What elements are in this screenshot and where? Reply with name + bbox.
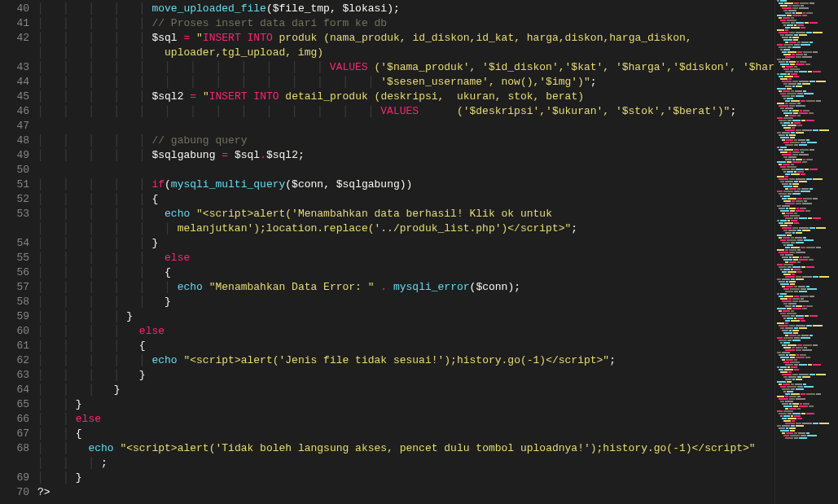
line-number-gutter: 4041424344454647484950515253545556575859… — [0, 0, 37, 504]
line-number: 51 — [5, 177, 29, 192]
code-line[interactable]: │ │ { — [37, 427, 838, 441]
line-number: 55 — [5, 251, 29, 265]
code-line[interactable]: │ │ │ │ │ │ │ │ │ │ │ │ │ │ VALUES ('$de… — [37, 104, 838, 119]
code-line[interactable]: │ │ else — [37, 412, 838, 427]
line-number: 47 — [5, 119, 29, 134]
code-line[interactable]: │ │ │ │ │ { — [37, 265, 838, 280]
line-number: 53 — [5, 207, 29, 221]
code-line[interactable]: │ │ │ │ } — [37, 309, 838, 324]
line-number: 68 — [5, 441, 29, 456]
code-line[interactable]: │ │ │ │ │ │ │ │ │ │ │ │ VALUES ('$nama_p… — [37, 60, 838, 75]
line-number: 64 — [5, 383, 29, 397]
line-number: 43 — [5, 60, 29, 75]
line-number: 65 — [5, 397, 29, 412]
line-number: 52 — [5, 192, 29, 207]
line-number — [5, 456, 29, 471]
code-line[interactable]: │ │ │ │ { — [37, 339, 838, 353]
code-line[interactable]: ?> — [37, 485, 838, 500]
line-number: 61 — [5, 339, 29, 353]
line-number: 48 — [5, 134, 29, 148]
code-line[interactable]: │ │ │ │ │ echo "<script>alert('Menambahk… — [37, 207, 838, 221]
line-number: 46 — [5, 104, 29, 119]
code-line[interactable]: │ │ │ ; — [37, 456, 838, 471]
code-line[interactable]: │ │ │ │ } — [37, 368, 838, 383]
code-line[interactable]: │ │ │ │ │ │ echo "Menambahkan Data Error… — [37, 280, 838, 295]
line-number: 60 — [5, 324, 29, 339]
code-content[interactable]: │ │ │ │ │ move_uploaded_file($file_tmp, … — [37, 0, 838, 504]
code-line[interactable]: │ │ │ │ │ $sqlgabung = $sql.$sql2; — [37, 148, 838, 163]
code-line[interactable]: │ │ │ │ │ if(mysqli_multi_query($conn, $… — [37, 177, 838, 192]
code-line[interactable]: │ │ │ │ │ echo "<script>alert('Jenis fil… — [37, 353, 838, 368]
code-line[interactable] — [37, 119, 838, 134]
minimap[interactable] — [774, 0, 838, 504]
code-line[interactable]: │ │ │ │ │ $sql2 = "INSERT INTO detail_pr… — [37, 90, 838, 104]
code-line[interactable]: │ │ │ │ │ move_uploaded_file($file_tmp, … — [37, 2, 838, 16]
code-line[interactable]: │ │ } — [37, 397, 838, 412]
line-number: 42 — [5, 31, 29, 46]
line-number: 56 — [5, 265, 29, 280]
line-number: 50 — [5, 163, 29, 177]
line-number: 41 — [5, 16, 29, 31]
line-number: 44 — [5, 75, 29, 90]
line-number: 57 — [5, 280, 29, 295]
code-line[interactable]: │ │ │ │ │ │ melanjutkan');location.repla… — [37, 221, 838, 236]
code-line[interactable]: │ │ │ │ else — [37, 324, 838, 339]
code-line[interactable]: │ │ } — [37, 471, 838, 485]
code-line[interactable]: │ │ │ │ │ │ │ │ │ │ │ │ │ │ '$sesen_user… — [37, 75, 838, 90]
code-line[interactable]: │ │ │ } — [37, 383, 838, 397]
line-number — [5, 46, 29, 60]
code-line[interactable]: │ │ │ │ │ } — [37, 236, 838, 251]
code-line[interactable]: │ │ echo "<script>alert('Tidak boleh lan… — [37, 441, 838, 456]
line-number: 62 — [5, 353, 29, 368]
line-number: 45 — [5, 90, 29, 104]
code-line[interactable]: │ │ │ │ │ // gabung query — [37, 134, 838, 148]
line-number: 66 — [5, 412, 29, 427]
line-number: 69 — [5, 471, 29, 485]
line-number — [5, 221, 29, 236]
line-number: 40 — [5, 2, 29, 16]
code-line[interactable]: │ │ │ │ │ // Proses insert data dari for… — [37, 16, 838, 31]
code-line[interactable]: │ │ │ │ │ { — [37, 192, 838, 207]
line-number: 49 — [5, 148, 29, 163]
code-line[interactable]: │ │ │ │ │ uploader,tgl_upload, img) — [37, 46, 838, 60]
line-number: 54 — [5, 236, 29, 251]
line-number: 58 — [5, 295, 29, 309]
code-line[interactable]: │ │ │ │ │ else — [37, 251, 838, 265]
code-editor[interactable]: 4041424344454647484950515253545556575859… — [0, 0, 838, 504]
line-number: 70 — [5, 485, 29, 500]
line-number: 59 — [5, 309, 29, 324]
code-line[interactable]: │ │ │ │ │ } — [37, 295, 838, 309]
line-number: 63 — [5, 368, 29, 383]
code-line[interactable]: │ │ │ │ │ $sql = "INSERT INTO produk (na… — [37, 31, 838, 46]
line-number: 67 — [5, 427, 29, 441]
code-line[interactable] — [37, 163, 838, 177]
